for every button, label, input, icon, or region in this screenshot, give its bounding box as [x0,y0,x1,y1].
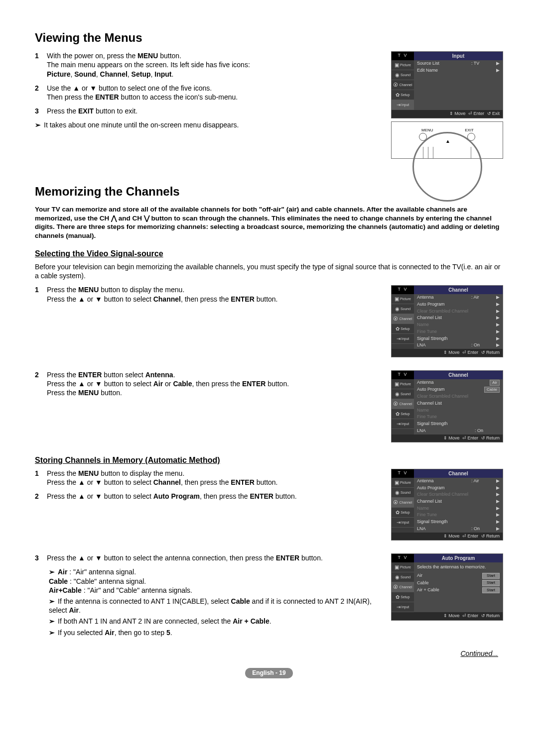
osd-item: LNA: On [414,428,503,434]
remote-menu-label: MENU [421,128,433,133]
osd-input-menu: T VInput▣Picture◉Sound⦿Channel✿Setup⇥Inp… [391,51,503,118]
osd-side-sound: ◉Sound [392,572,414,582]
osd-item: Channel List [414,400,503,407]
step-item: 1With the power on, press the MENU butto… [35,51,381,79]
note-item: If the antenna is connected to ANT 1 IN(… [49,597,381,615]
osd-side-channel: ⦿Channel [392,498,414,508]
osd-item: Air + CableStart [414,587,503,594]
osd-item: Name▶ [414,505,503,512]
osd-side-picture: ▣Picture [392,379,414,389]
osd-side-setup: ✿Setup [392,90,414,100]
osd-item: Source List: TV▶ [414,60,503,67]
continued-label: Continued... [35,649,498,658]
osd-channel-menu-1: T VChannel▣Picture◉Sound⦿Channel✿Setup⇥I… [391,285,503,357]
osd-side-picture: ▣Picture [392,562,414,572]
osd-item: Antenna: Air▶ [414,478,503,485]
osd-item: Channel List▶ [414,315,503,322]
note-item: If both ANT 1 IN and ANT 2 IN are connec… [49,617,381,626]
osd-side-sound: ◉Sound [392,304,414,314]
osd-item: Name [414,407,503,414]
note-item: If you selected Air, then go to step 5. [49,628,381,637]
osd-side-input: ⇥Input [392,518,414,528]
osd-side-sound: ◉Sound [392,488,414,498]
step-item: 3Press the ▲ or ▼ button to select the a… [35,553,381,562]
osd-item: Fine Tune▶ [414,512,503,519]
step-item: 2Press the ENTER button select Antenna.P… [35,370,381,398]
osd-item: Auto Program▶ [414,485,503,492]
osd-item: LNA: On▶ [414,342,503,349]
osd-side-input: ⇥Input [392,334,414,344]
osd-side-setup: ✿Setup [392,508,414,518]
osd-side-picture: ▣Picture [392,294,414,304]
osd-side-setup: ✿Setup [392,592,414,602]
osd-side-input: ⇥Input [392,419,414,429]
step-item: 1Press the MENU button to display the me… [35,469,381,487]
osd-side-setup: ✿Setup [392,324,414,334]
osd-item: Fine Tune▶ [414,328,503,335]
osd-side-sound: ◉Sound [392,389,414,399]
signal-source-intro: Before your television can begin memoriz… [35,262,503,280]
osd-item: LNA: On▶ [414,526,503,533]
osd-side-picture: ▣Picture [392,60,414,70]
osd-item: Signal Strength▶ [414,335,503,342]
osd-side-input: ⇥Input [392,100,414,110]
note-menu-timeout: It takes about one minute until the on-s… [35,120,381,129]
osd-item: Name▶ [414,322,503,328]
osd-channel-menu-2: T VChannel▣Picture◉Sound⦿Channel✿Setup⇥I… [391,469,503,540]
osd-item: Antenna: Air▶ [414,294,503,301]
step-item: 3Press the EXIT button to exit. [35,107,381,115]
osd-side-channel: ⦿Channel [392,582,414,592]
osd-channel-menu-antenna-select: T VChannel▣Picture◉Sound⦿Channel✿Setup⇥I… [391,370,503,443]
osd-side-channel: ⦿Channel [392,80,414,90]
subheading-signal-source: Selecting the Video Signal-source [35,249,503,259]
osd-item: CableStart [414,579,503,586]
osd-side-setup: ✿Setup [392,409,414,419]
step-item: 2Press the ▲ or ▼ button to select Auto … [35,492,381,501]
osd-side-picture: ▣Picture [392,478,414,488]
step-item: 1Press the MENU button to display the me… [35,285,381,303]
osd-item: Signal Strength▶ [414,519,503,526]
osd-item: Auto ProgramCable [414,386,503,393]
page-number: English - 19 [245,668,292,679]
osd-side-input: ⇥Input [392,602,414,612]
osd-side-sound: ◉Sound [392,70,414,80]
osd-item: AntennaAir [414,379,503,386]
note-item: Air : "Air" antenna signal.Cable : "Cabl… [49,567,381,595]
osd-note: Selects the antennas to memorize. [414,562,503,572]
remote-diagram: MENU EXIT ▲ [391,121,503,159]
osd-item: AirStart [414,572,503,579]
remote-exit-label: EXIT [465,128,474,133]
osd-item: Channel List▶ [414,498,503,505]
osd-side-channel: ⦿Channel [392,399,414,409]
osd-side-channel: ⦿Channel [392,314,414,324]
osd-auto-program-menu: T VAuto Program▣Picture◉Sound⦿Channel✿Se… [391,553,503,621]
step-item: 2Use the ▲ or ▼ button to select one of … [35,84,381,102]
memorizing-intro: Your TV can memorize and store all of th… [35,205,503,240]
subheading-auto-store: Storing Channels in Memory (Automatic Me… [35,455,503,466]
section-title-viewing: Viewing the Menus [35,30,503,45]
osd-item: Fine Tune [414,414,503,421]
osd-item: Clear Scrambled Channel▶ [414,491,503,498]
osd-item: Auto Program▶ [414,301,503,308]
osd-item: Clear Scrambled Channel▶ [414,308,503,315]
osd-item: Clear Scrambled Channel [414,393,503,400]
osd-item: Signal Strength [414,421,503,428]
osd-item: Edit Name▶ [414,67,503,74]
